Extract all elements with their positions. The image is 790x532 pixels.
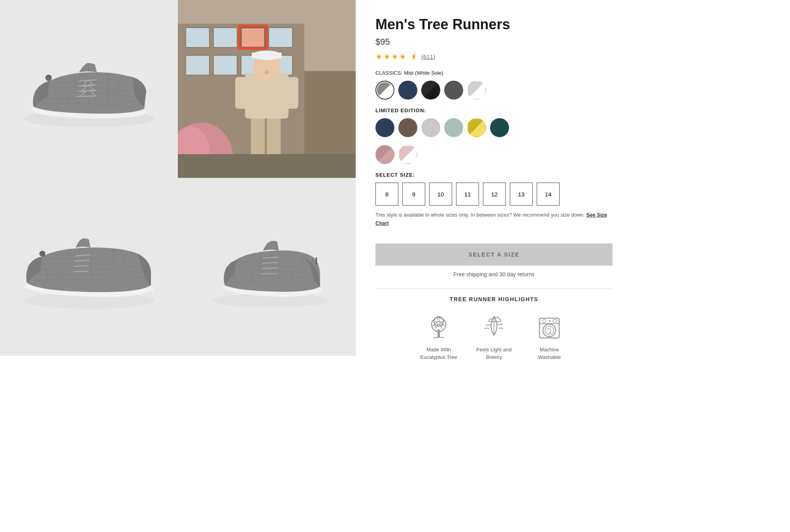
classics-section: CLASSICS: Mist (White Sole)	[375, 70, 613, 100]
light-icon	[480, 313, 508, 341]
divider	[375, 289, 613, 289]
swatch-teal[interactable]	[490, 118, 509, 137]
swatch-mauve[interactable]	[375, 145, 394, 164]
highlights-title: TREE RUNNER HIGHLIGHTS	[375, 296, 613, 302]
selected-color-name: Mist (White Sole)	[404, 70, 443, 76]
swatch-navy2[interactable]	[375, 118, 394, 137]
star-rating: ★★★★	[375, 52, 407, 61]
rating-section: ★★★★⯨ (611)	[375, 52, 613, 61]
swatch-sage[interactable]	[444, 118, 463, 137]
shipping-note: Free shipping and 30 day returns	[375, 271, 613, 277]
size-12[interactable]: 12	[483, 183, 506, 206]
product-info-panel: Men's Tree Runners $95 ★★★★⯨ (611) CLASS…	[356, 0, 632, 532]
shoe-image-3	[192, 217, 342, 316]
washable-icon	[535, 313, 563, 341]
swatch-ltgray2[interactable]	[421, 118, 440, 137]
svg-rect-21	[287, 77, 298, 109]
swatch-lightgray[interactable]	[467, 81, 486, 100]
svg-rect-24	[252, 53, 282, 58]
swatch-mist[interactable]	[375, 81, 394, 100]
highlight-washable: MachineWashable	[528, 313, 571, 361]
light-label: Feels Light andBreezy	[477, 346, 512, 361]
image-bottom-right	[178, 178, 356, 356]
size-8[interactable]: 8	[375, 183, 398, 206]
svg-rect-8	[241, 28, 265, 47]
limited-section: LIMITED EDITION:	[375, 108, 613, 164]
shoe-image-1: A	[18, 45, 160, 132]
eucalyptus-icon	[425, 313, 453, 341]
classics-swatches	[375, 81, 613, 100]
swatch-brown[interactable]	[398, 118, 417, 137]
size-note: This style is available in whole sizes o…	[375, 211, 613, 228]
limited-swatches	[375, 118, 613, 137]
svg-point-40	[543, 319, 546, 323]
product-price: $95	[375, 37, 613, 47]
swatch-charcoal[interactable]	[421, 81, 440, 100]
image-top-left: A	[0, 0, 178, 178]
svg-rect-42	[553, 320, 557, 322]
image-bottom-left	[0, 178, 178, 356]
size-9[interactable]: 9	[402, 183, 425, 206]
classics-label: CLASSICS: Mist (White Sole)	[375, 70, 613, 76]
highlight-eucalyptus: Made WithEucalyptus Tree	[417, 313, 460, 361]
highlights-section: TREE RUNNER HIGHLIGHTS	[375, 296, 613, 361]
size-section: SELECT SIZE: 8 9 10 11 12 13 14 This sty…	[375, 172, 613, 228]
size-grid: 8 9 10 11 12 13 14	[375, 183, 613, 206]
size-11[interactable]: 11	[456, 183, 479, 206]
product-title: Men's Tree Runners	[375, 16, 613, 33]
size-14[interactable]: 14	[537, 183, 560, 206]
svg-rect-9	[269, 28, 292, 47]
svg-rect-6	[186, 28, 209, 47]
swatch-olive[interactable]	[467, 118, 486, 137]
washable-label: MachineWashable	[538, 346, 560, 361]
svg-rect-31	[316, 257, 317, 264]
half-star: ⯨	[410, 52, 418, 61]
highlight-light: Feels Light andBreezy	[472, 313, 516, 361]
add-to-cart-button[interactable]: SELECT A SIZE	[375, 243, 613, 266]
swatch-blush[interactable]	[398, 145, 417, 164]
limited-label: LIMITED EDITION:	[375, 108, 613, 113]
svg-rect-20	[235, 77, 247, 109]
svg-point-29	[40, 251, 45, 257]
size-13[interactable]: 13	[510, 183, 533, 206]
svg-rect-11	[213, 55, 237, 75]
swatch-navy[interactable]	[398, 81, 417, 100]
shoe-image-2	[14, 217, 164, 316]
svg-rect-32	[437, 329, 440, 338]
swatch-darkgray[interactable]	[444, 81, 463, 100]
size-label: SELECT SIZE:	[375, 172, 613, 178]
size-10[interactable]: 10	[429, 183, 452, 206]
svg-point-37	[437, 317, 440, 321]
review-count[interactable]: (611)	[421, 53, 435, 60]
svg-rect-7	[213, 28, 237, 47]
product-images: A	[0, 0, 356, 532]
svg-point-41	[549, 320, 551, 322]
image-top-right	[178, 0, 356, 178]
svg-rect-27	[178, 154, 356, 178]
highlights-grid: Made WithEucalyptus Tree	[375, 313, 613, 361]
svg-rect-10	[186, 55, 209, 75]
street-photo	[178, 0, 356, 178]
limited-swatches-row2	[375, 145, 613, 164]
eucalyptus-label: Made WithEucalyptus Tree	[420, 346, 457, 361]
svg-text:A: A	[47, 77, 50, 80]
